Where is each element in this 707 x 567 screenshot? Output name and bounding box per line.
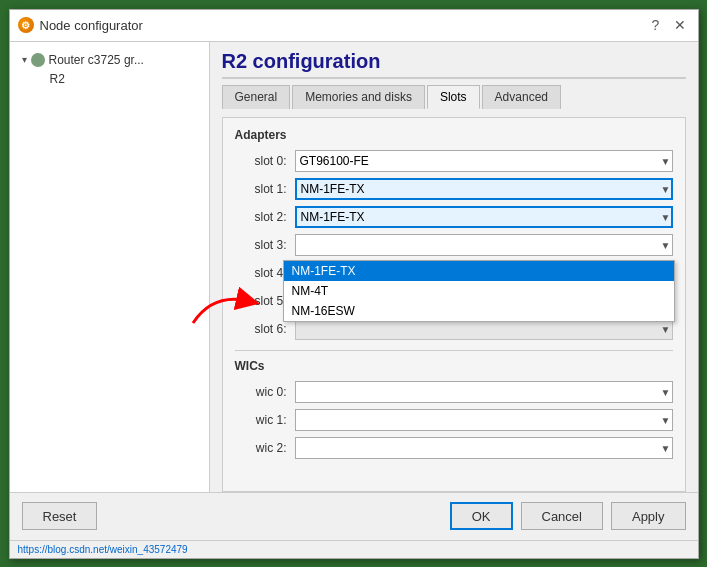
main-content: R2 configuration General Memories and di… (210, 42, 698, 492)
wic-2-label: wic 2: (235, 441, 287, 455)
tree-child-r2[interactable]: R2 (46, 70, 201, 88)
slot-5-label: slot 5: (235, 294, 287, 308)
window-title: Node configurator (40, 18, 143, 33)
slot-1-select[interactable]: NM-1FE-TX (295, 178, 673, 200)
title-bar-controls: ? ✕ (646, 15, 690, 35)
tab-general[interactable]: General (222, 85, 291, 109)
slot-2-select[interactable]: NM-1FE-TX (295, 206, 673, 228)
footer-right: OK Cancel Apply (450, 502, 686, 530)
statusbar: https://blog.csdn.net/weixin_43572479 (10, 540, 698, 558)
tab-slots[interactable]: Slots (427, 85, 480, 109)
wic-1-select[interactable] (295, 409, 673, 431)
cancel-button[interactable]: Cancel (521, 502, 603, 530)
reset-button[interactable]: Reset (22, 502, 98, 530)
slot-2-row: slot 2: NM-1FE-TX ▼ (235, 206, 673, 228)
slot-0-label: slot 0: (235, 154, 287, 168)
slot-6-label: slot 6: (235, 322, 287, 336)
wic-0-row: wic 0: ▼ (235, 381, 673, 403)
wic-2-select[interactable] (295, 437, 673, 459)
slot-1-select-wrapper: NM-1FE-TX ▼ (295, 178, 673, 200)
slot-0-select[interactable]: GT96100-FE (295, 150, 673, 172)
wic-1-row: wic 1: ▼ (235, 409, 673, 431)
title-bar-left: ⚙ Node configurator (18, 17, 143, 33)
router-label: Router c3725 gr... (49, 53, 144, 67)
tree-chevron-icon: ▾ (22, 54, 27, 65)
apply-button[interactable]: Apply (611, 502, 686, 530)
wic-1-select-wrapper: ▼ (295, 409, 673, 431)
r2-label: R2 (50, 72, 65, 86)
slot-4-label: slot 4: (235, 266, 287, 280)
slot-dropdown: NM-1FE-TX NM-4T NM-16ESW (283, 260, 675, 322)
section-divider (235, 350, 673, 351)
slot-0-row: slot 0: GT96100-FE ▼ (235, 150, 673, 172)
help-button[interactable]: ? (646, 15, 666, 35)
tree-item-router[interactable]: ▾ Router c3725 gr... (18, 50, 201, 70)
wic-2-select-wrapper: ▼ (295, 437, 673, 459)
wic-2-row: wic 2: ▼ (235, 437, 673, 459)
ok-button[interactable]: OK (450, 502, 513, 530)
slot-1-label: slot 1: (235, 182, 287, 196)
config-title: R2 configuration (222, 50, 686, 79)
slot-3-row: slot 3: ▼ (235, 234, 673, 256)
wic-0-label: wic 0: (235, 385, 287, 399)
slot-3-label: slot 3: (235, 238, 287, 252)
slot-2-select-wrapper: NM-1FE-TX ▼ (295, 206, 673, 228)
main-window: ⚙ Node configurator ? ✕ ▾ Router c3725 g… (9, 9, 699, 559)
dropdown-item-nm1fetx[interactable]: NM-1FE-TX (284, 261, 674, 281)
close-button[interactable]: ✕ (670, 15, 690, 35)
adapters-label: Adapters (235, 128, 673, 142)
slot-0-select-wrapper: GT96100-FE ▼ (295, 150, 673, 172)
wics-label: WICs (235, 359, 673, 373)
statusbar-url: https://blog.csdn.net/weixin_43572479 (18, 544, 188, 555)
tabs-bar: General Memories and disks Slots Advance… (222, 85, 686, 109)
slot-3-select[interactable] (295, 234, 673, 256)
window-body: ▾ Router c3725 gr... R2 R2 configuration… (10, 42, 698, 492)
wic-0-select[interactable] (295, 381, 673, 403)
tab-advanced[interactable]: Advanced (482, 85, 561, 109)
dropdown-item-nm4t[interactable]: NM-4T (284, 281, 674, 301)
dropdown-item-nm16esw[interactable]: NM-16ESW (284, 301, 674, 321)
wic-0-select-wrapper: ▼ (295, 381, 673, 403)
router-icon (31, 53, 45, 67)
tab-memories[interactable]: Memories and disks (292, 85, 425, 109)
slot-1-row: slot 1: NM-1FE-TX ▼ (235, 178, 673, 200)
slot-3-select-wrapper: ▼ (295, 234, 673, 256)
slot-2-label: slot 2: (235, 210, 287, 224)
app-icon: ⚙ (18, 17, 34, 33)
wic-1-label: wic 1: (235, 413, 287, 427)
content-area: Adapters slot 0: GT96100-FE ▼ slot 1: (222, 117, 686, 492)
sidebar: ▾ Router c3725 gr... R2 (10, 42, 210, 492)
footer: Reset OK Cancel Apply (10, 492, 698, 540)
title-bar: ⚙ Node configurator ? ✕ (10, 10, 698, 42)
